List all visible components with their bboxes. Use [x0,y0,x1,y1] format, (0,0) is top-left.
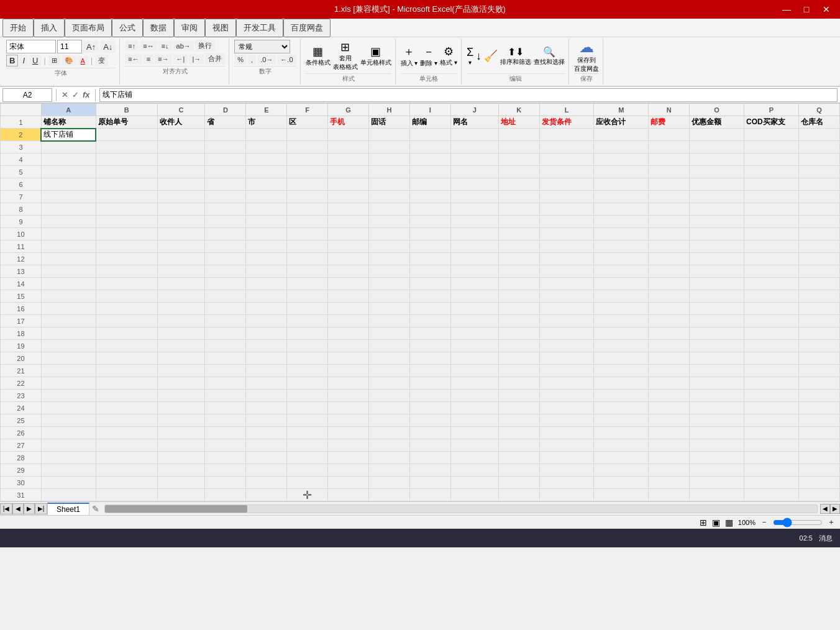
col-header-C[interactable]: C [157,104,205,116]
cell-J1[interactable]: 网名 [450,116,498,129]
font-color-btn[interactable]: A [78,56,88,66]
horizontal-scrollbar[interactable] [104,504,818,513]
increase-decimal-btn[interactable]: .0→ [257,55,276,65]
confirm-formula-icon[interactable]: ✓ [71,90,80,99]
find-select-btn[interactable]: 🔍 查找和选择 [534,46,565,66]
page-layout-view-btn[interactable]: ▣ [712,518,720,527]
cell-K2[interactable] [498,129,539,141]
zoom-out-btn[interactable]: － [760,517,768,527]
cell-C2[interactable] [157,129,205,141]
cell-M2[interactable] [594,129,649,141]
cell-N2[interactable] [649,129,690,141]
cell-H2[interactable] [369,129,410,141]
cell-D2[interactable] [205,129,246,141]
table-format-btn[interactable]: ⊞ 套用 表格格式 [333,40,358,71]
delete-btn[interactable]: － 删除 ▾ [420,44,437,68]
border-btn[interactable]: ⊞ [48,55,60,66]
align-top-btn[interactable]: ≡↑ [125,41,139,51]
cell-O2[interactable] [690,129,744,141]
cell-K1[interactable]: 地址 [498,116,539,129]
conditional-format-btn[interactable]: ▦ 条件格式 [306,45,331,67]
bold-btn[interactable]: B [6,55,18,66]
menu-view[interactable]: 视图 [205,19,236,37]
cell-J2[interactable] [450,129,498,141]
italic-btn[interactable]: I [19,55,28,66]
text-direction-btn[interactable]: ab→ [173,41,194,51]
cell-E1[interactable]: 市 [246,116,287,129]
minimize-button[interactable]: — [778,3,795,16]
close-button[interactable]: ✕ [818,3,835,16]
cell-C1[interactable]: 收件人 [157,116,205,129]
align-left-btn[interactable]: ≡← [125,54,142,64]
number-format-select[interactable]: 常规 数值 货币 文本 [234,40,290,53]
cell-B1[interactable]: 原始单号 [96,116,157,129]
page-break-view-btn[interactable]: ▦ [725,518,733,527]
clear-btn[interactable]: 🧹 [484,49,498,63]
insert-function-icon[interactable]: fx [81,90,91,99]
decrease-indent-btn[interactable]: ←| [173,54,188,64]
cell-P2[interactable] [744,129,799,141]
cell-O1[interactable]: 优惠金额 [690,116,744,129]
col-header-G[interactable]: G [328,104,369,116]
cell-style-btn[interactable]: ▣ 单元格样式 [360,45,391,67]
menu-start[interactable]: 开始 [2,19,34,37]
sheet-nav-last[interactable]: ▶| [35,503,47,514]
cell-I2[interactable] [409,129,450,141]
col-header-O[interactable]: O [690,104,744,116]
menu-data[interactable]: 数据 [143,19,174,37]
cell-H1[interactable]: 固话 [369,116,410,129]
menu-developer[interactable]: 开发工具 [236,19,283,37]
col-header-P[interactable]: P [744,104,799,116]
align-bottom-btn[interactable]: ≡↓ [158,41,172,51]
cell-B2[interactable] [96,129,157,141]
col-header-Q[interactable]: Q [798,104,839,116]
col-header-H[interactable]: H [369,104,410,116]
sheet-edit-icon[interactable]: ✎ [89,504,102,514]
fill-color-btn[interactable]: 🎨 [62,55,76,66]
sheet-container[interactable]: A B C D E F G H I J K L M N O P Q [0,103,840,501]
cell-A2[interactable]: 线下店铺 [41,129,96,141]
zoom-in-btn[interactable]: ＋ [828,517,835,527]
underline-btn[interactable]: U [29,55,41,66]
merge-btn[interactable]: 合并 [205,53,225,65]
format-btn[interactable]: ⚙ 格式 ▾ [440,45,457,67]
align-middle-btn[interactable]: ≡↔ [140,41,157,51]
cell-Q1[interactable]: 仓库名 [798,116,839,129]
insert-btn[interactable]: ＋ 插入 ▾ [401,44,418,68]
cell-N1[interactable]: 邮费 [649,116,690,129]
sum-btn[interactable]: Σ ▾ [467,46,473,66]
fill-btn[interactable]: ↓ [476,50,482,63]
col-header-D[interactable]: D [205,104,246,116]
wrap-text-btn[interactable]: 换行 [195,40,215,52]
menu-page-layout[interactable]: 页面布局 [65,19,112,37]
cell-P1[interactable]: COD买家支 [744,116,799,129]
increase-font-btn[interactable]: A↑ [83,41,99,53]
menu-baidu[interactable]: 百度网盘 [283,19,331,37]
menu-insert[interactable]: 插入 [34,19,65,37]
percent-btn[interactable]: % [234,55,247,65]
menu-formula[interactable]: 公式 [112,19,143,37]
cell-I1[interactable]: 邮编 [409,116,450,129]
col-header-E[interactable]: E [246,104,287,116]
cell-E2[interactable] [246,129,287,141]
cell-M1[interactable]: 应收合计 [594,116,649,129]
transform-btn[interactable]: 变 [95,55,108,66]
col-header-N[interactable]: N [649,104,690,116]
sort-filter-btn[interactable]: ⬆⬇ 排序和筛选 [500,46,531,66]
align-center-btn[interactable]: ≡ [144,54,153,64]
cell-F1[interactable]: 区 [287,116,328,129]
sheet-nav-next[interactable]: ▶ [24,503,35,514]
col-header-L[interactable]: L [539,104,594,116]
decrease-font-btn[interactable]: A↓ [100,41,116,53]
normal-view-btn[interactable]: ⊞ [700,518,707,527]
col-header-F[interactable]: F [287,104,328,116]
cell-A1[interactable]: 铺名称 [41,116,96,129]
col-header-B[interactable]: B [96,104,157,116]
cell-reference-box[interactable] [2,88,52,102]
font-name-input[interactable] [6,40,56,53]
cell-F2[interactable] [287,129,328,141]
scroll-right-btn[interactable]: ▶ [830,504,840,514]
font-size-input[interactable] [57,40,82,53]
increase-indent-btn[interactable]: |→ [189,54,204,64]
cell-G2[interactable] [328,129,369,141]
